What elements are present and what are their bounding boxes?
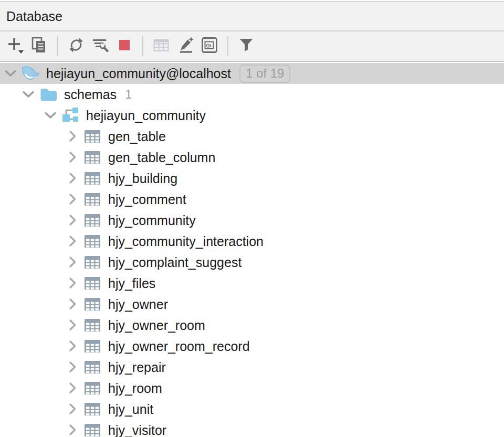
tree-row-hjy_visitor[interactable]: hjy_visitor (0, 420, 504, 437)
tree-row-label: gen_table (108, 129, 166, 144)
chevron-right-icon[interactable] (62, 421, 83, 437)
table-icon (83, 379, 102, 398)
table-icon (83, 316, 102, 335)
tree-row-hjy_repair[interactable]: hjy_repair (0, 357, 504, 378)
tree-row-gen_table[interactable]: gen_table (0, 126, 504, 147)
chevron-right-icon[interactable] (62, 400, 83, 419)
funnel-icon (237, 36, 256, 57)
tree-row-hjy_owner_room[interactable]: hjy_owner_room (0, 315, 504, 336)
database-toolbar: QL (0, 31, 504, 62)
tree-row-hjy_owner_room_record[interactable]: hjy_owner_room_record (0, 336, 504, 357)
page-title: Database (6, 9, 62, 24)
tree-row-label: hjy_visitor (108, 423, 166, 437)
refresh-icon (67, 36, 86, 57)
table-icon (83, 148, 102, 167)
duplicate-button[interactable] (27, 34, 51, 58)
toolbar-separator (57, 36, 58, 56)
tree-row-label: hejiayun_community@localhost (46, 66, 231, 81)
svg-text:QL: QL (206, 43, 213, 48)
copy-icon (30, 36, 49, 57)
filter-button[interactable] (234, 34, 258, 58)
ql-console-icon: QL (200, 36, 219, 57)
tree-row-hjy_owner[interactable]: hjy_owner (0, 294, 504, 315)
tree-row-label: gen_table_column (108, 150, 215, 165)
chevron-right-icon[interactable] (62, 169, 83, 188)
table-icon (83, 274, 102, 293)
chevron-right-icon[interactable] (62, 337, 83, 356)
toolbar-separator (142, 36, 143, 56)
chevron-right-icon[interactable] (62, 232, 83, 251)
chevron-down-icon[interactable] (0, 64, 21, 83)
toolbar-separator (227, 36, 228, 56)
open-table-button[interactable] (149, 34, 173, 58)
tornado-wrench-icon (91, 36, 110, 57)
table-grid-icon (152, 36, 171, 57)
chevron-right-icon[interactable] (62, 148, 83, 167)
tree-row-label: hjy_room (108, 381, 162, 396)
folder-icon (39, 85, 58, 104)
tree-row-label: hjy_unit (108, 402, 153, 417)
database-tool-window: Database QL hejiayun (0, 0, 504, 437)
table-icon (83, 295, 102, 314)
pencil-star-icon (176, 36, 195, 57)
chevron-right-icon[interactable] (62, 253, 83, 272)
chevron-right-icon[interactable] (62, 379, 83, 398)
chevron-right-icon[interactable] (62, 295, 83, 314)
tree-row-label: hjy_owner_room_record (108, 339, 250, 354)
tree-row-hjy_community_interaction[interactable]: hjy_community_interaction (0, 231, 504, 252)
tree-row-hejiayun_community@localhost[interactable]: hejiayun_community@localhost1 of 19 (0, 63, 504, 84)
tree-row-label: hjy_community (108, 213, 196, 228)
database-tree: hejiayun_community@localhost1 of 19schem… (0, 62, 504, 437)
chevron-right-icon[interactable] (62, 274, 83, 293)
tree-row-label: hjy_community_interaction (108, 234, 264, 249)
table-icon (83, 190, 102, 209)
tree-row-label: hjy_owner_room (108, 318, 205, 333)
table-icon (83, 400, 102, 419)
tree-row-hjy_unit[interactable]: hjy_unit (0, 399, 504, 420)
table-icon (83, 337, 102, 356)
tree-row-hejiayun_community[interactable]: hejiayun_community (0, 105, 504, 126)
add-data-source-button[interactable] (3, 34, 27, 58)
tree-row-hjy_community[interactable]: hjy_community (0, 210, 504, 231)
tree-row-hjy_comment[interactable]: hjy_comment (0, 189, 504, 210)
table-icon (83, 169, 102, 188)
table-icon (83, 358, 102, 377)
row-count: 1 (125, 87, 132, 102)
table-icon (83, 127, 102, 146)
chevron-right-icon[interactable] (62, 211, 83, 230)
chevron-right-icon[interactable] (62, 190, 83, 209)
tree-row-label: schemas (64, 87, 117, 102)
tree-row-label: hjy_repair (108, 360, 166, 375)
tree-row-label: hjy_owner (108, 297, 168, 312)
chevron-down-icon[interactable] (40, 106, 61, 125)
tool-window-titlebar: Database (0, 1, 504, 31)
stop-button[interactable] (112, 34, 136, 58)
tree-row-schemas[interactable]: schemas1 (0, 84, 504, 105)
refresh-button[interactable] (64, 34, 88, 58)
table-icon (83, 253, 102, 272)
schema-icon (61, 106, 80, 125)
modify-button[interactable] (173, 34, 197, 58)
tree-row-label: hjy_complaint_suggest (108, 255, 242, 270)
tree-row-label: hjy_files (108, 276, 155, 291)
chevron-down-icon[interactable] (18, 85, 39, 104)
tree-row-hjy_files[interactable]: hjy_files (0, 273, 504, 294)
table-icon (83, 232, 102, 251)
tree-row-label: hjy_building (108, 171, 177, 186)
tree-row-hjy_building[interactable]: hjy_building (0, 168, 504, 189)
tree-row-label: hjy_comment (108, 192, 186, 207)
chevron-right-icon[interactable] (62, 358, 83, 377)
mysql-icon (21, 64, 40, 83)
query-console-button[interactable]: QL (197, 34, 222, 58)
table-icon (83, 421, 102, 437)
plus-dropdown-icon (6, 36, 25, 57)
tree-row-hjy_room[interactable]: hjy_room (0, 378, 504, 399)
tree-row-gen_table_column[interactable]: gen_table_column (0, 147, 504, 168)
chevron-right-icon[interactable] (62, 127, 83, 146)
stop-square-icon (115, 36, 134, 57)
tree-row-hjy_complaint_suggest[interactable]: hjy_complaint_suggest (0, 252, 504, 273)
table-icon (83, 211, 102, 230)
data-source-properties-button[interactable] (88, 34, 112, 58)
tree-row-label: hejiayun_community (86, 108, 206, 123)
chevron-right-icon[interactable] (62, 316, 83, 335)
